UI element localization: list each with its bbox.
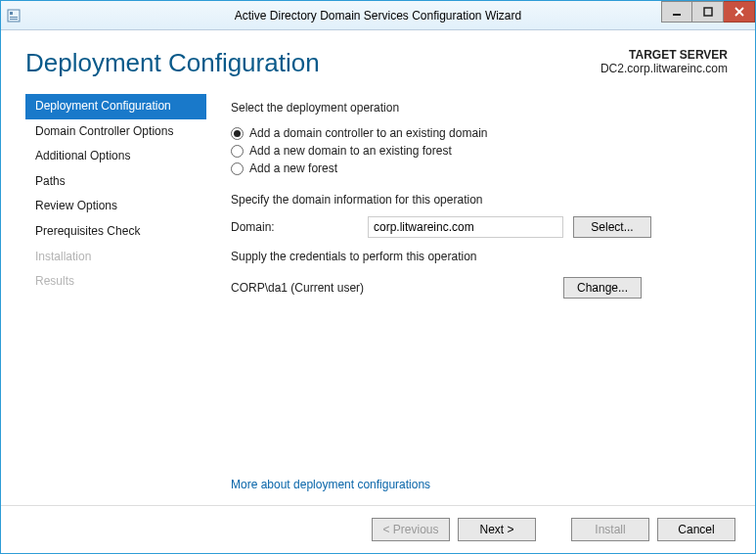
radio-add-new-forest[interactable]: Add a new forest xyxy=(231,160,728,177)
operation-radio-group: Add a domain controller to an existing d… xyxy=(231,124,728,177)
window-title: Active Directory Domain Services Configu… xyxy=(1,9,755,23)
sidebar-item-paths[interactable]: Paths xyxy=(25,169,206,195)
content: Deployment Configuration TARGET SERVER D… xyxy=(1,30,755,553)
footer: < Previous Next > Install Cancel xyxy=(1,505,755,553)
radio-add-domain-existing-forest[interactable]: Add a new domain to an existing forest xyxy=(231,142,728,160)
operation-label: Select the deployment operation xyxy=(231,101,728,115)
radio-icon xyxy=(231,127,244,140)
svg-rect-4 xyxy=(673,14,681,16)
domain-input[interactable] xyxy=(368,216,563,238)
app-icon xyxy=(1,2,26,29)
body: Deployment Configuration Domain Controll… xyxy=(1,86,755,505)
svg-rect-0 xyxy=(8,10,20,22)
titlebar: Active Directory Domain Services Configu… xyxy=(1,1,755,30)
credentials-value: CORP\da1 (Current user) xyxy=(231,281,554,295)
select-domain-button[interactable]: Select... xyxy=(573,216,651,238)
change-credentials-button[interactable]: Change... xyxy=(563,277,642,299)
more-link-row: More about deployment configurations xyxy=(231,478,728,505)
cancel-button[interactable]: Cancel xyxy=(657,518,735,541)
maximize-button[interactable] xyxy=(692,1,724,23)
window-controls xyxy=(661,1,755,23)
domain-section-label: Specify the domain information for this … xyxy=(231,193,728,207)
radio-icon xyxy=(231,162,244,175)
credentials-row: CORP\da1 (Current user) Change... xyxy=(231,277,728,299)
sidebar-item-additional-options[interactable]: Additional Options xyxy=(25,144,206,169)
sidebar-item-dc-options[interactable]: Domain Controller Options xyxy=(25,119,206,145)
radio-label: Add a new forest xyxy=(249,162,337,175)
sidebar: Deployment Configuration Domain Controll… xyxy=(25,86,206,505)
svg-rect-2 xyxy=(10,17,18,18)
sidebar-item-deployment-configuration[interactable]: Deployment Configuration xyxy=(25,94,206,119)
main-panel: Select the deployment operation Add a do… xyxy=(206,86,728,505)
more-about-link[interactable]: More about deployment configurations xyxy=(231,478,430,491)
radio-label: Add a domain controller to an existing d… xyxy=(249,126,487,140)
radio-label: Add a new domain to an existing forest xyxy=(249,144,452,158)
sidebar-item-results: Results xyxy=(25,269,206,295)
svg-rect-3 xyxy=(10,19,18,20)
target-label: TARGET SERVER xyxy=(600,48,728,62)
page-title: Deployment Configuration xyxy=(25,48,600,78)
previous-button[interactable]: < Previous xyxy=(372,518,450,541)
install-button[interactable]: Install xyxy=(571,518,649,541)
spacer xyxy=(544,518,563,541)
svg-rect-5 xyxy=(704,8,712,16)
domain-row: Domain: Select... xyxy=(231,216,728,238)
radio-add-dc-existing-domain[interactable]: Add a domain controller to an existing d… xyxy=(231,124,728,142)
radio-icon xyxy=(231,145,244,158)
svg-rect-1 xyxy=(10,12,13,15)
sidebar-item-installation: Installation xyxy=(25,245,206,270)
domain-label: Domain: xyxy=(231,220,358,234)
target-value: DC2.corp.litwareinc.com xyxy=(600,62,728,75)
close-button[interactable] xyxy=(724,1,755,23)
sidebar-item-prerequisites-check[interactable]: Prerequisites Check xyxy=(25,219,206,245)
header: Deployment Configuration TARGET SERVER D… xyxy=(1,30,755,86)
sidebar-item-review-options[interactable]: Review Options xyxy=(25,194,206,219)
next-button[interactable]: Next > xyxy=(458,518,536,541)
credentials-section-label: Supply the credentials to perform this o… xyxy=(231,250,728,263)
wizard-window: Active Directory Domain Services Configu… xyxy=(0,0,756,554)
target-server-block: TARGET SERVER DC2.corp.litwareinc.com xyxy=(600,48,728,75)
minimize-button[interactable] xyxy=(661,1,692,23)
